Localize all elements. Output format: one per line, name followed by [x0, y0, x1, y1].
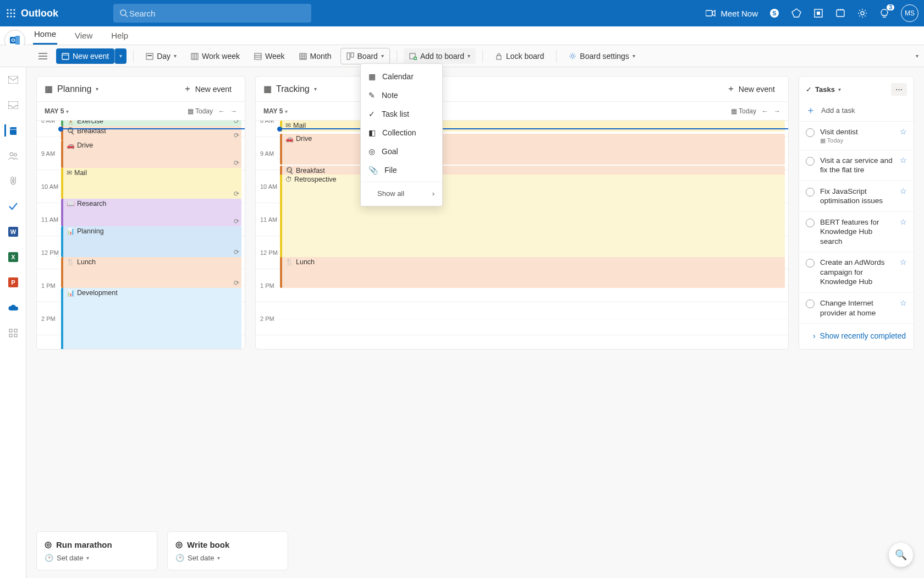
- star-icon[interactable]: ☆: [900, 217, 907, 226]
- tasks-more[interactable]: ⋯: [891, 83, 907, 96]
- calendar-event[interactable]: 🚗Drive: [280, 134, 785, 165]
- tab-help[interactable]: Help: [110, 31, 129, 45]
- goal-setdate[interactable]: 🕑Set date▾: [175, 554, 280, 562]
- lock-board-button[interactable]: Lock board: [490, 48, 549, 64]
- settings-icon[interactable]: [857, 8, 868, 19]
- rail-word[interactable]: W: [7, 226, 19, 238]
- task-item[interactable]: Fix JavaScript optimisation issues☆: [799, 181, 914, 212]
- task-item[interactable]: Create an AdWords campaign for Knowledge…: [799, 252, 914, 293]
- svg-point-0: [7, 9, 8, 10]
- calendar-event[interactable]: 🍴Lunch⟳: [61, 257, 241, 288]
- menu-goal[interactable]: ◎Goal: [361, 142, 442, 161]
- calendar-event[interactable]: 🚗Drive⟳: [61, 140, 241, 168]
- goal-card[interactable]: ◎Write book🕑Set date▾: [167, 531, 288, 570]
- app-launcher-icon[interactable]: [6, 8, 16, 19]
- task-checkbox[interactable]: [806, 188, 815, 197]
- calendar-event[interactable]: 📖Research⟳: [61, 199, 241, 226]
- calendar-event[interactable]: ✉Mail⟳: [61, 168, 241, 199]
- menu-tasklist[interactable]: ✓Task list: [361, 105, 442, 123]
- notes-icon[interactable]: [835, 8, 846, 19]
- star-icon[interactable]: ☆: [900, 156, 907, 165]
- task-item[interactable]: Visit a car service and fix the flat tir…: [799, 150, 914, 181]
- today-button[interactable]: ▦ Today: [731, 107, 756, 115]
- calendar-event[interactable]: 📊Planning⟳: [61, 226, 241, 257]
- task-checkbox[interactable]: [806, 259, 815, 268]
- chevron-down-icon[interactable]: ▾: [96, 86, 98, 92]
- svg-text:S: S: [772, 10, 776, 17]
- task-checkbox[interactable]: [806, 128, 815, 137]
- column-new-event[interactable]: ＋New event: [178, 80, 237, 98]
- star-icon[interactable]: ☆: [900, 187, 907, 195]
- rail-calendar[interactable]: [4, 124, 16, 137]
- menu-collection[interactable]: ◧Collection: [361, 123, 442, 142]
- rail-mail[interactable]: [7, 74, 19, 86]
- zoom-button[interactable]: 🔍: [889, 543, 913, 567]
- day-icon: [146, 52, 153, 60]
- rail-files[interactable]: [7, 175, 19, 187]
- column-date[interactable]: MAY 5: [45, 107, 64, 115]
- calendar-event[interactable]: 🏋Exercise⟳: [61, 121, 241, 126]
- calendar-event[interactable]: ✉Mail: [280, 121, 785, 132]
- skype-icon[interactable]: S: [769, 8, 780, 19]
- rail-onedrive[interactable]: [7, 302, 19, 314]
- star-icon[interactable]: ☆: [900, 127, 907, 136]
- rail-powerpoint[interactable]: P: [7, 276, 19, 288]
- menu-file[interactable]: 📎File: [361, 161, 442, 179]
- task-item[interactable]: Change Internet provider at home☆: [799, 293, 914, 324]
- hour-label: 11 AM: [40, 216, 59, 223]
- board-settings-button[interactable]: Board settings▾: [563, 48, 641, 64]
- chevron-down-icon[interactable]: ▾: [314, 86, 317, 92]
- menu-note[interactable]: ✎Note: [361, 86, 442, 105]
- calendar-event[interactable]: 🍴Lunch: [280, 257, 785, 288]
- prev-day[interactable]: ←: [218, 107, 225, 115]
- view-week[interactable]: Week: [249, 48, 290, 64]
- search-input[interactable]: [129, 9, 306, 18]
- task-title: BERT features for Knowledge Hub search: [820, 217, 894, 247]
- search-box[interactable]: [113, 4, 311, 23]
- today-button[interactable]: ▦ Today: [188, 107, 213, 115]
- goal-setdate[interactable]: 🕑Set date▾: [45, 554, 149, 562]
- user-avatar[interactable]: MS: [901, 4, 919, 22]
- next-day[interactable]: →: [230, 107, 237, 115]
- column-date[interactable]: MAY 5: [263, 107, 283, 115]
- view-workweek[interactable]: Work week: [185, 48, 245, 64]
- chevron-right-icon: ›: [432, 189, 435, 198]
- new-event-button[interactable]: New event: [56, 48, 114, 64]
- show-completed[interactable]: ›Show recently completed: [799, 324, 914, 342]
- view-day[interactable]: Day▾: [140, 48, 182, 64]
- star-icon[interactable]: ☆: [900, 258, 907, 266]
- view-month[interactable]: Month: [294, 48, 337, 64]
- tab-view[interactable]: View: [74, 31, 94, 45]
- task-checkbox[interactable]: [806, 157, 815, 166]
- hamburger-button[interactable]: [33, 50, 53, 63]
- prev-day[interactable]: ←: [762, 107, 768, 115]
- menu-calendar[interactable]: ▦Calendar: [361, 67, 442, 86]
- column-icon: ▦: [45, 84, 53, 94]
- task-item[interactable]: Visit dentist▦ Today☆: [799, 122, 914, 150]
- rail-inbox[interactable]: [7, 99, 19, 111]
- tab-home[interactable]: Home: [33, 29, 57, 45]
- calendar-event[interactable]: 📊Development⟳: [61, 288, 241, 349]
- meet-now-button[interactable]: Meet Now: [705, 8, 758, 19]
- add-task[interactable]: ＋ Add a task: [799, 99, 914, 122]
- premium-icon[interactable]: [791, 8, 802, 19]
- toolbar-overflow[interactable]: ▾: [910, 50, 924, 62]
- next-day[interactable]: →: [774, 107, 780, 115]
- goal-card[interactable]: ◎Run marathon🕑Set date▾: [36, 531, 157, 570]
- task-checkbox[interactable]: [806, 299, 815, 308]
- rail-excel[interactable]: X: [7, 251, 19, 263]
- rail-people[interactable]: [7, 150, 19, 162]
- column-new-event[interactable]: ＋New event: [721, 80, 780, 98]
- view-board[interactable]: Board▾: [340, 48, 390, 64]
- new-event-dropdown[interactable]: ▾: [114, 48, 127, 64]
- star-icon[interactable]: ☆: [900, 298, 907, 307]
- addin-icon[interactable]: [813, 8, 824, 19]
- add-to-board-button[interactable]: Add to board▾: [404, 48, 476, 64]
- rail-todo[interactable]: [7, 200, 19, 212]
- task-item[interactable]: BERT features for Knowledge Hub search☆: [799, 212, 914, 253]
- task-checkbox[interactable]: [806, 219, 815, 227]
- menu-show-all[interactable]: Show all›: [361, 184, 442, 203]
- rail-more-apps[interactable]: [7, 327, 19, 339]
- tips-icon[interactable]: 3: [879, 8, 890, 19]
- chevron-down-icon[interactable]: ▾: [838, 86, 841, 92]
